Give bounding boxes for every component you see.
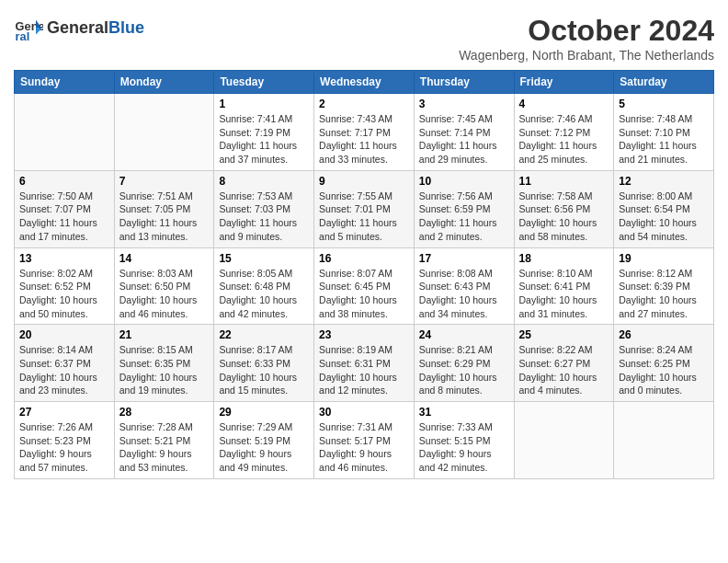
day-number: 24 [419,328,509,341]
day-number: 16 [319,252,409,265]
calendar-cell: 14Sunrise: 8:03 AM Sunset: 6:50 PM Dayli… [114,247,214,325]
calendar-cell: 29Sunrise: 7:29 AM Sunset: 5:19 PM Dayli… [214,402,314,479]
day-number: 25 [519,328,609,341]
weekday-header-monday: Monday [114,71,214,94]
day-number: 12 [619,175,709,188]
calendar-table: SundayMondayTuesdayWednesdayThursdayFrid… [14,70,714,479]
calendar-cell: 3Sunrise: 7:45 AM Sunset: 7:14 PM Daylig… [414,94,514,171]
calendar-cell: 17Sunrise: 8:08 AM Sunset: 6:43 PM Dayli… [414,247,514,325]
calendar-cell: 19Sunrise: 8:12 AM Sunset: 6:39 PM Dayli… [614,247,714,325]
day-number: 1 [219,98,309,110]
weekday-header-wednesday: Wednesday [314,71,415,94]
day-number: 5 [619,98,709,110]
day-number: 11 [519,175,609,188]
day-info: Sunrise: 7:43 AM Sunset: 7:17 PM Dayligh… [319,112,409,167]
day-info: Sunrise: 7:58 AM Sunset: 6:56 PM Dayligh… [519,190,609,244]
calendar-cell: 21Sunrise: 8:15 AM Sunset: 6:35 PM Dayli… [114,325,214,402]
day-number: 7 [119,175,210,188]
day-info: Sunrise: 8:00 AM Sunset: 6:54 PM Dayligh… [619,190,709,244]
calendar-cell: 16Sunrise: 8:07 AM Sunset: 6:45 PM Dayli… [314,247,415,325]
day-number: 22 [219,328,309,341]
day-number: 21 [119,328,210,341]
week-row-1: 1Sunrise: 7:41 AM Sunset: 7:19 PM Daylig… [15,94,714,171]
day-number: 10 [419,175,509,188]
day-number: 14 [119,252,210,265]
day-number: 20 [19,328,109,341]
day-info: Sunrise: 7:29 AM Sunset: 5:19 PM Dayligh… [219,420,309,475]
calendar-cell: 9Sunrise: 7:55 AM Sunset: 7:01 PM Daylig… [314,170,415,247]
logo-line1: GeneralBlue [47,19,144,38]
day-info: Sunrise: 7:51 AM Sunset: 7:05 PM Dayligh… [119,190,210,244]
calendar-cell: 28Sunrise: 7:28 AM Sunset: 5:21 PM Dayli… [114,402,214,479]
weekday-header-tuesday: Tuesday [214,71,314,94]
day-info: Sunrise: 7:31 AM Sunset: 5:17 PM Dayligh… [319,420,409,475]
day-info: Sunrise: 7:56 AM Sunset: 6:59 PM Dayligh… [419,190,509,244]
day-info: Sunrise: 7:26 AM Sunset: 5:23 PM Dayligh… [19,420,109,475]
day-number: 31 [419,406,509,419]
calendar-cell: 22Sunrise: 8:17 AM Sunset: 6:33 PM Dayli… [214,325,314,402]
day-info: Sunrise: 8:03 AM Sunset: 6:50 PM Dayligh… [119,267,210,321]
logo-icon: Gene ral [14,14,43,43]
weekday-header-thursday: Thursday [414,71,514,94]
day-number: 29 [219,406,309,419]
calendar-cell: 27Sunrise: 7:26 AM Sunset: 5:23 PM Dayli… [15,402,115,479]
day-info: Sunrise: 7:46 AM Sunset: 7:12 PM Dayligh… [519,112,609,167]
title-area: October 2024 Wagenberg, North Brabant, T… [459,14,714,63]
day-number: 28 [119,406,210,419]
calendar-cell: 18Sunrise: 8:10 AM Sunset: 6:41 PM Dayli… [514,247,614,325]
day-info: Sunrise: 8:15 AM Sunset: 6:35 PM Dayligh… [119,343,210,397]
day-number: 8 [219,175,309,188]
calendar-cell: 30Sunrise: 7:31 AM Sunset: 5:17 PM Dayli… [314,402,415,479]
day-info: Sunrise: 8:17 AM Sunset: 6:33 PM Dayligh… [219,343,309,397]
calendar-cell: 15Sunrise: 8:05 AM Sunset: 6:48 PM Dayli… [214,247,314,325]
weekday-header-friday: Friday [514,71,614,94]
day-number: 17 [419,252,509,265]
day-info: Sunrise: 7:48 AM Sunset: 7:10 PM Dayligh… [619,112,709,167]
week-row-3: 13Sunrise: 8:02 AM Sunset: 6:52 PM Dayli… [15,247,714,325]
calendar-cell [15,94,115,171]
calendar-cell: 24Sunrise: 8:21 AM Sunset: 6:29 PM Dayli… [414,325,514,402]
calendar-cell: 26Sunrise: 8:24 AM Sunset: 6:25 PM Dayli… [614,325,714,402]
day-info: Sunrise: 8:19 AM Sunset: 6:31 PM Dayligh… [319,343,409,397]
day-number: 26 [619,328,709,341]
calendar-cell: 2Sunrise: 7:43 AM Sunset: 7:17 PM Daylig… [314,94,415,171]
week-row-5: 27Sunrise: 7:26 AM Sunset: 5:23 PM Dayli… [15,402,714,479]
calendar-cell: 13Sunrise: 8:02 AM Sunset: 6:52 PM Dayli… [15,247,115,325]
header: Gene ral GeneralBlue October 2024 Wagenb… [14,14,714,63]
day-info: Sunrise: 8:14 AM Sunset: 6:37 PM Dayligh… [19,343,109,397]
calendar-cell: 1Sunrise: 7:41 AM Sunset: 7:19 PM Daylig… [214,94,314,171]
day-info: Sunrise: 8:21 AM Sunset: 6:29 PM Dayligh… [419,343,509,397]
day-number: 30 [319,406,409,419]
day-number: 15 [219,252,309,265]
calendar-cell: 6Sunrise: 7:50 AM Sunset: 7:07 PM Daylig… [15,170,115,247]
day-info: Sunrise: 7:50 AM Sunset: 7:07 PM Dayligh… [19,190,109,244]
calendar-cell: 10Sunrise: 7:56 AM Sunset: 6:59 PM Dayli… [414,170,514,247]
day-number: 2 [319,98,409,110]
calendar-cell [514,402,614,479]
week-row-2: 6Sunrise: 7:50 AM Sunset: 7:07 PM Daylig… [15,170,714,247]
calendar-cell: 12Sunrise: 8:00 AM Sunset: 6:54 PM Dayli… [614,170,714,247]
day-info: Sunrise: 7:28 AM Sunset: 5:21 PM Dayligh… [119,420,210,475]
day-info: Sunrise: 7:33 AM Sunset: 5:15 PM Dayligh… [419,420,509,475]
location-title: Wagenberg, North Brabant, The Netherland… [459,48,714,63]
calendar-cell: 8Sunrise: 7:53 AM Sunset: 7:03 PM Daylig… [214,170,314,247]
day-info: Sunrise: 8:12 AM Sunset: 6:39 PM Dayligh… [619,267,709,321]
day-info: Sunrise: 7:45 AM Sunset: 7:14 PM Dayligh… [419,112,509,167]
calendar-cell: 23Sunrise: 8:19 AM Sunset: 6:31 PM Dayli… [314,325,415,402]
day-number: 18 [519,252,609,265]
calendar-cell: 20Sunrise: 8:14 AM Sunset: 6:37 PM Dayli… [15,325,115,402]
weekday-header-sunday: Sunday [15,71,115,94]
week-row-4: 20Sunrise: 8:14 AM Sunset: 6:37 PM Dayli… [15,325,714,402]
day-number: 23 [319,328,409,341]
day-info: Sunrise: 8:05 AM Sunset: 6:48 PM Dayligh… [219,267,309,321]
day-info: Sunrise: 8:24 AM Sunset: 6:25 PM Dayligh… [619,343,709,397]
calendar-cell [614,402,714,479]
day-info: Sunrise: 8:07 AM Sunset: 6:45 PM Dayligh… [319,267,409,321]
day-info: Sunrise: 8:08 AM Sunset: 6:43 PM Dayligh… [419,267,509,321]
day-info: Sunrise: 7:41 AM Sunset: 7:19 PM Dayligh… [219,112,309,167]
day-number: 4 [519,98,609,110]
day-number: 27 [19,406,109,419]
calendar-cell: 4Sunrise: 7:46 AM Sunset: 7:12 PM Daylig… [514,94,614,171]
day-info: Sunrise: 8:22 AM Sunset: 6:27 PM Dayligh… [519,343,609,397]
weekday-header-saturday: Saturday [614,71,714,94]
